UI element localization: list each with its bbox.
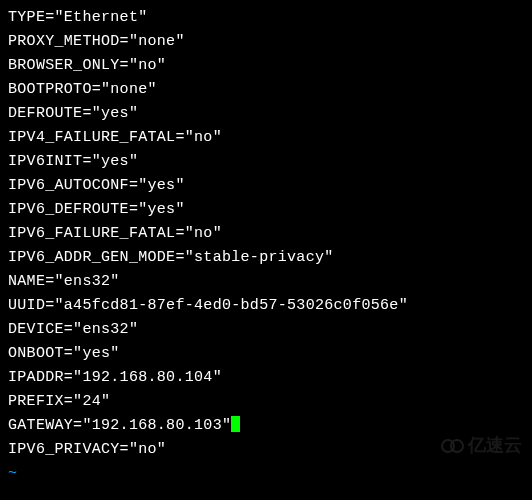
config-line[interactable]: IPV6_FAILURE_FATAL="no" bbox=[8, 222, 524, 246]
config-line[interactable]: IPADDR="192.168.80.104" bbox=[8, 366, 524, 390]
config-line[interactable]: PREFIX="24" bbox=[8, 390, 524, 414]
config-line[interactable]: DEVICE="ens32" bbox=[8, 318, 524, 342]
config-line[interactable]: DEFROUTE="yes" bbox=[8, 102, 524, 126]
config-line[interactable]: IPV4_FAILURE_FATAL="no" bbox=[8, 126, 524, 150]
config-line[interactable]: GATEWAY="192.168.80.103" bbox=[8, 414, 524, 438]
config-line[interactable]: NAME="ens32" bbox=[8, 270, 524, 294]
config-line[interactable]: ONBOOT="yes" bbox=[8, 342, 524, 366]
vi-tilde-line: ~ bbox=[8, 462, 524, 486]
terminal-editor[interactable]: TYPE="Ethernet"PROXY_METHOD="none"BROWSE… bbox=[8, 6, 524, 486]
config-line[interactable]: IPV6_ADDR_GEN_MODE="stable-privacy" bbox=[8, 246, 524, 270]
config-line[interactable]: UUID="a45fcd81-87ef-4ed0-bd57-53026c0f05… bbox=[8, 294, 524, 318]
config-line[interactable]: TYPE="Ethernet" bbox=[8, 6, 524, 30]
config-line[interactable]: IPV6_DEFROUTE="yes" bbox=[8, 198, 524, 222]
config-line[interactable]: PROXY_METHOD="none" bbox=[8, 30, 524, 54]
cursor-block bbox=[231, 416, 240, 432]
config-line[interactable]: BOOTPROTO="none" bbox=[8, 78, 524, 102]
config-line[interactable]: BROWSER_ONLY="no" bbox=[8, 54, 524, 78]
config-line[interactable]: IPV6INIT="yes" bbox=[8, 150, 524, 174]
config-line[interactable]: IPV6_AUTOCONF="yes" bbox=[8, 174, 524, 198]
config-line[interactable]: IPV6_PRIVACY="no" bbox=[8, 438, 524, 462]
